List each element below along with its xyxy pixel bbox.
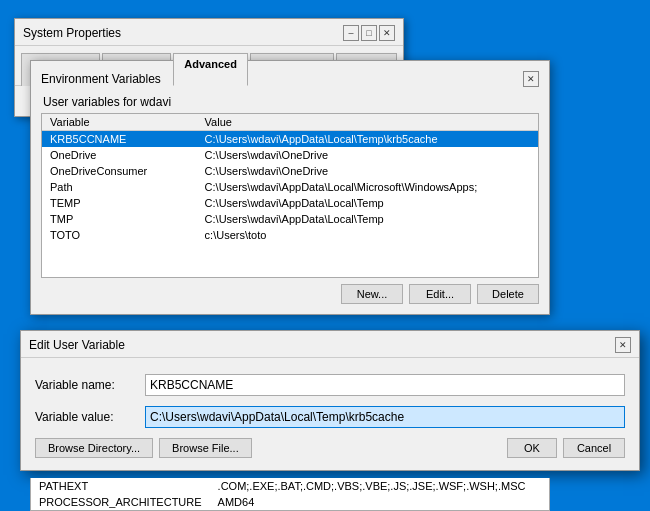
variable-cell: TMP xyxy=(42,211,197,227)
new-button[interactable]: New... xyxy=(341,284,403,304)
variable-value-input[interactable] xyxy=(145,406,625,428)
ok-button[interactable]: OK xyxy=(507,438,557,458)
table-row: PROCESSOR_ARCHITECTUREAMD64 xyxy=(31,494,549,510)
env-table-container[interactable]: Variable Value KRB5CCNAMEC:\Users\wdavi\… xyxy=(41,113,539,278)
edit-dialog-titlebar: Edit User Variable ✕ xyxy=(21,331,639,358)
value-cell: C:\Users\wdavi\AppData\Local\Temp xyxy=(197,195,538,211)
env-section-label: User variables for wdavi xyxy=(41,95,539,109)
edit-button[interactable]: Edit... xyxy=(409,284,471,304)
env-table: Variable Value KRB5CCNAMEC:\Users\wdavi\… xyxy=(42,114,538,243)
bottom-env-rows: PATHEXT.COM;.EXE;.BAT;.CMD;.VBS;.VBE;.JS… xyxy=(30,478,550,511)
col-header-value: Value xyxy=(197,114,538,131)
variable-cell: PATHEXT xyxy=(31,478,210,494)
variable-cell: KRB5CCNAME xyxy=(42,131,197,148)
cancel-button[interactable]: Cancel xyxy=(563,438,625,458)
variable-value-label: Variable value: xyxy=(35,410,135,424)
variable-cell: OneDrive xyxy=(42,147,197,163)
table-row[interactable]: OneDriveC:\Users\wdavi\OneDrive xyxy=(42,147,538,163)
system-props-title: System Properties xyxy=(23,26,121,40)
edit-btn-row: Browse Directory... Browse File... OK Ca… xyxy=(35,438,625,458)
variable-cell: PROCESSOR_ARCHITECTURE xyxy=(31,494,210,510)
value-cell: C:\Users\wdavi\AppData\Local\Temp xyxy=(197,211,538,227)
minimize-button[interactable]: – xyxy=(343,25,359,41)
browse-file-button[interactable]: Browse File... xyxy=(159,438,252,458)
edit-dialog-title: Edit User Variable xyxy=(29,338,125,352)
table-row[interactable]: TEMPC:\Users\wdavi\AppData\Local\Temp xyxy=(42,195,538,211)
variable-value-row: Variable value: xyxy=(35,406,625,428)
edit-dialog-body: Variable name: Variable value: Browse Di… xyxy=(21,358,639,470)
value-cell: C:\Users\wdavi\OneDrive xyxy=(197,163,538,179)
value-cell: AMD64 xyxy=(210,494,549,510)
delete-button[interactable]: Delete xyxy=(477,284,539,304)
variable-cell: OneDriveConsumer xyxy=(42,163,197,179)
table-row[interactable]: KRB5CCNAMEC:\Users\wdavi\AppData\Local\T… xyxy=(42,131,538,148)
system-props-titlebar: System Properties – □ ✕ xyxy=(15,19,403,46)
env-vars-titlebar: Environment Variables ✕ xyxy=(41,71,539,87)
variable-cell: TEMP xyxy=(42,195,197,211)
col-header-variable: Variable xyxy=(42,114,197,131)
env-vars-close-button[interactable]: ✕ xyxy=(523,71,539,87)
close-button[interactable]: ✕ xyxy=(379,25,395,41)
value-cell: C:\Users\wdavi\OneDrive xyxy=(197,147,538,163)
variable-cell: Path xyxy=(42,179,197,195)
env-vars-panel: Environment Variables ✕ User variables f… xyxy=(30,60,550,315)
maximize-button[interactable]: □ xyxy=(361,25,377,41)
table-row[interactable]: PathC:\Users\wdavi\AppData\Local\Microso… xyxy=(42,179,538,195)
table-row[interactable]: TMPC:\Users\wdavi\AppData\Local\Temp xyxy=(42,211,538,227)
browse-directory-button[interactable]: Browse Directory... xyxy=(35,438,153,458)
edit-dialog-close-button[interactable]: ✕ xyxy=(615,337,631,353)
value-cell: .COM;.EXE;.BAT;.CMD;.VBS;.VBE;.JS;.JSE;.… xyxy=(210,478,549,494)
titlebar-controls: – □ ✕ xyxy=(343,25,395,41)
ok-cancel-row: OK Cancel xyxy=(507,438,625,458)
edit-user-variable-dialog: Edit User Variable ✕ Variable name: Vari… xyxy=(20,330,640,471)
table-row[interactable]: OneDriveConsumerC:\Users\wdavi\OneDrive xyxy=(42,163,538,179)
tab-advanced[interactable]: Advanced xyxy=(173,53,248,86)
variable-name-label: Variable name: xyxy=(35,378,135,392)
variable-name-input[interactable] xyxy=(145,374,625,396)
variable-name-row: Variable name: xyxy=(35,374,625,396)
table-row: PATHEXT.COM;.EXE;.BAT;.CMD;.VBS;.VBE;.JS… xyxy=(31,478,549,494)
value-cell: C:\Users\wdavi\AppData\Local\Microsoft\W… xyxy=(197,179,538,195)
env-btn-row: New... Edit... Delete xyxy=(41,284,539,304)
variable-cell: TOTO xyxy=(42,227,197,243)
table-row[interactable]: TOTOc:\Users\toto xyxy=(42,227,538,243)
value-cell: C:\Users\wdavi\AppData\Local\Temp\krb5ca… xyxy=(197,131,538,148)
env-vars-title: Environment Variables xyxy=(41,72,161,86)
value-cell: c:\Users\toto xyxy=(197,227,538,243)
bottom-env-table: PATHEXT.COM;.EXE;.BAT;.CMD;.VBS;.VBE;.JS… xyxy=(31,478,549,510)
